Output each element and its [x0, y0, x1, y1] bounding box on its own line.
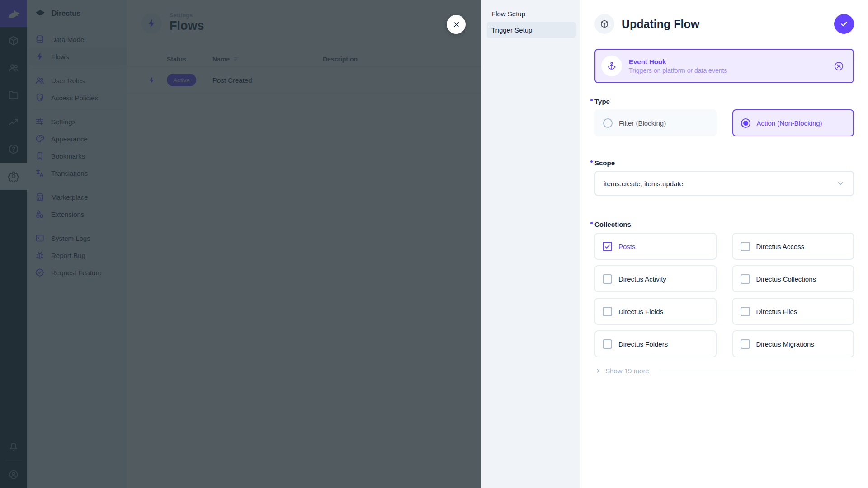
- checkbox-label: Directus Collections: [756, 275, 816, 283]
- show-more-label: Show 19 more: [605, 367, 649, 375]
- radio-checked-icon: [741, 118, 750, 128]
- checkbox-label: Directus Fields: [618, 308, 663, 315]
- event-hook-text: Event Hook Triggers on platform or data …: [629, 58, 727, 74]
- checkbox-directus-migrations[interactable]: Directus Migrations: [732, 330, 854, 357]
- chevron-down-icon: [836, 179, 845, 188]
- type-options: Filter (Blocking) Action (Non-Blocking): [594, 109, 854, 136]
- checkbox-posts[interactable]: Posts: [594, 233, 717, 260]
- scope-label-row: Scope: [594, 159, 854, 167]
- type-label-row: Type: [594, 98, 854, 105]
- checkbox-directus-activity[interactable]: Directus Activity: [594, 265, 717, 292]
- checkbox-icon: [603, 274, 612, 284]
- checkbox-label: Posts: [618, 243, 636, 250]
- collections-label-row: Collections: [594, 221, 854, 228]
- circled-x-icon: [834, 61, 844, 71]
- checkbox-icon: [741, 242, 750, 251]
- drawer-title-circle: [594, 14, 614, 34]
- checkbox-label: Directus Folders: [618, 340, 668, 348]
- checkbox-icon: [603, 339, 612, 349]
- directus-app: Directus Data Model Flows User Roles: [0, 0, 868, 488]
- radio-icon: [603, 118, 613, 128]
- radio-label: Filter (Blocking): [619, 119, 666, 127]
- type-field: Type Filter (Blocking) Action (Non-Block…: [594, 98, 854, 136]
- show-more-button[interactable]: Show 19 more: [594, 367, 854, 375]
- checkbox-icon: [741, 339, 750, 349]
- scope-field: Scope items.create, items.update: [594, 159, 854, 196]
- required-dot: [590, 99, 593, 101]
- checkbox-directus-files[interactable]: Directus Files: [732, 298, 854, 325]
- checkbox-directus-fields[interactable]: Directus Fields: [594, 298, 717, 325]
- required-dot: [590, 222, 593, 224]
- checkbox-directus-folders[interactable]: Directus Folders: [594, 330, 717, 357]
- checkbox-label: Directus Activity: [618, 275, 666, 283]
- deselect-trigger-button[interactable]: [834, 61, 844, 71]
- checkbox-directus-collections[interactable]: Directus Collections: [732, 265, 854, 292]
- scope-select[interactable]: items.create, items.update: [594, 171, 854, 196]
- checkbox-icon: [741, 307, 750, 316]
- checkbox-icon: [603, 307, 612, 316]
- drawer-header: Updating Flow: [594, 14, 854, 34]
- radio-filter-blocking[interactable]: Filter (Blocking): [594, 109, 717, 136]
- event-hook-title: Event Hook: [629, 58, 727, 66]
- checkbox-label: Directus Files: [756, 308, 797, 315]
- required-dot: [590, 160, 593, 163]
- radio-action-non-blocking[interactable]: Action (Non-Blocking): [732, 109, 854, 136]
- type-label: Type: [594, 98, 610, 105]
- checkbox-checked-icon: [603, 242, 612, 251]
- checkbox-icon: [741, 274, 750, 284]
- drawer-overlay[interactable]: [0, 0, 481, 488]
- check-icon: [840, 19, 849, 28]
- collections-grid: Posts Directus Access Directus Activity …: [594, 233, 854, 357]
- drawer-title: Updating Flow: [622, 18, 699, 31]
- show-more-divider: [659, 371, 854, 371]
- anchor-icon: [607, 61, 617, 71]
- event-hook-subtitle: Triggers on platform or data events: [629, 67, 727, 74]
- drawer-nav-flow-setup[interactable]: Flow Setup: [487, 5, 576, 22]
- drawer-close-button[interactable]: [447, 15, 466, 34]
- scope-label: Scope: [594, 159, 615, 167]
- event-hook-card[interactable]: Event Hook Triggers on platform or data …: [594, 49, 854, 83]
- checkbox-directus-access[interactable]: Directus Access: [732, 233, 854, 260]
- radio-label: Action (Non-Blocking): [757, 119, 822, 127]
- drawer-main: Updating Flow Event Hook Triggers on pla…: [580, 0, 868, 488]
- checkbox-label: Directus Migrations: [756, 340, 814, 348]
- close-icon: [452, 20, 461, 29]
- chevron-right-icon: [594, 367, 601, 374]
- drawer-nav-trigger-setup[interactable]: Trigger Setup: [487, 22, 576, 38]
- drawer-nav: Flow Setup Trigger Setup: [481, 0, 580, 488]
- scope-value: items.create, items.update: [604, 180, 683, 188]
- collections-label: Collections: [594, 221, 631, 228]
- collections-field: Collections Posts Directus Access: [594, 221, 854, 375]
- checkbox-label: Directus Access: [756, 243, 805, 250]
- anchor-circle: [601, 56, 622, 76]
- cube-icon: [599, 19, 609, 29]
- save-button[interactable]: [834, 14, 854, 34]
- flow-drawer: Flow Setup Trigger Setup Updating Flow: [481, 0, 868, 488]
